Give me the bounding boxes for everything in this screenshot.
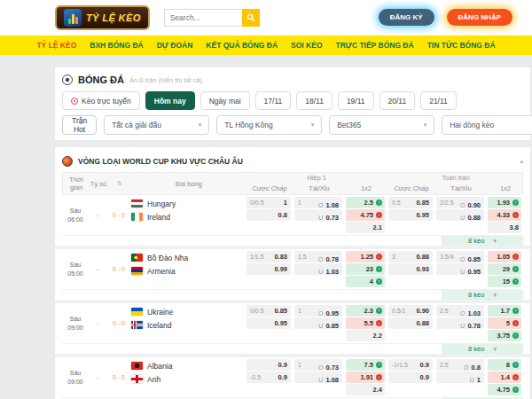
handicap-odds-cell[interactable]: 0.9: [246, 359, 291, 371]
overunder-odds-cell[interactable]: U1: [436, 372, 484, 383]
nav-item[interactable]: BXH BÓNG ĐÁ: [90, 41, 143, 50]
chevron-up-icon[interactable]: ▴: [520, 158, 523, 165]
tab[interactable]: 17/11: [255, 91, 292, 110]
register-button[interactable]: ĐĂNG KÝ: [379, 9, 434, 26]
nav-item[interactable]: TIN TỨC BÓNG ĐÁ: [427, 41, 496, 50]
match-teams: Bồ Đào Nha Armenia: [131, 251, 245, 277]
handicap-odds-cell[interactable]: 0.99: [246, 263, 291, 275]
handicap-odds-cell[interactable]: 0.93: [388, 263, 433, 275]
odds-down-icon: ↓: [512, 320, 519, 326]
hot-matches-button[interactable]: Trận Hot: [62, 115, 97, 135]
home-team[interactable]: Hungary: [131, 198, 245, 209]
tab-label: Ngày mai: [209, 97, 241, 106]
handicap-odds-cell[interactable]: 30.88: [388, 251, 433, 262]
login-button[interactable]: ĐĂNG NHẬP: [447, 9, 512, 26]
league-card: VÒNG LOẠI WORLD CUP KHU VỰC CHÂU ÂU ▴ Th…: [55, 147, 530, 399]
more-odds-button[interactable]: 8 kèo▾: [442, 236, 523, 246]
overunder-odds-cell[interactable]: U0.85: [294, 317, 342, 329]
bookmaker-select[interactable]: Bet365▾: [329, 115, 434, 135]
overunder-odds-cell[interactable]: U0.78: [436, 317, 484, 329]
1x2-odds-cell[interactable]: 4↑: [346, 276, 385, 287]
search-input[interactable]: [164, 9, 242, 27]
handicap-odds-cell[interactable]: 0.88: [388, 317, 433, 329]
match-group: Sáu05:00 - 0 - 0 Bồ Đào Nha Armenia 1/1.…: [62, 249, 523, 303]
away-team-name: Iceland: [147, 321, 171, 330]
tab[interactable]: 19/11: [338, 91, 374, 110]
handicap-odds-cell[interactable]: 0.95: [388, 209, 433, 221]
1x2-odds-cell[interactable]: 3.75↑: [488, 330, 521, 341]
nav-item[interactable]: DỰ ĐOÁN: [157, 41, 193, 50]
match-group: Sáu06:00 - 0 - 0 Hungary Ireland 0/0.510…: [62, 195, 523, 249]
1x2-odds-cell[interactable]: 23↑: [346, 263, 385, 275]
away-team[interactable]: Ireland: [131, 211, 245, 223]
handicap-odds-cell[interactable]: 0.5/10.90: [388, 305, 433, 317]
handicap-odds-cell[interactable]: 1/1.50.83: [246, 251, 291, 262]
odds-format-select[interactable]: TL Hồng Kông▾: [216, 115, 322, 135]
handicap-odds-cell[interactable]: -1/1.50.9: [388, 359, 433, 371]
tab[interactable]: Kèo trực tuyến: [62, 91, 140, 110]
1x2-odds-cell[interactable]: 4.33↓: [488, 209, 521, 221]
overunder-odds-cell[interactable]: U0.95: [436, 263, 484, 275]
1x2-odds-cell[interactable]: 4.75↓: [346, 209, 385, 221]
1x2-odds-cell[interactable]: 2.5↑: [346, 197, 385, 208]
1x2-odds-cell[interactable]: 2.3↑: [346, 305, 385, 317]
overunder-odds-cell[interactable]: U1.08: [294, 372, 342, 383]
tab[interactable]: 18/11: [296, 91, 332, 110]
home-team[interactable]: Bồ Đào Nha: [131, 252, 245, 263]
1x2-odds-cell[interactable]: 15↑: [488, 276, 521, 287]
match-teams: Hungary Ireland: [131, 197, 245, 223]
home-team[interactable]: Ukraine: [131, 306, 245, 317]
lines-select[interactable]: Hai dòng kèo▾: [442, 115, 532, 135]
1x2-odds-cell[interactable]: 29↑: [488, 263, 521, 275]
1x2-odds-cell[interactable]: 1.91↓: [346, 372, 385, 383]
handicap-odds-cell[interactable]: 0.95: [246, 317, 291, 329]
1x2-odds-cell[interactable]: 7.5↑: [346, 359, 385, 371]
h1-overunder-header: Tài/Xỉu: [293, 184, 345, 192]
nav-item[interactable]: TỶ LỆ KÈO: [36, 41, 76, 50]
1x2-odds-cell[interactable]: 1.93↑: [488, 197, 521, 208]
sort-icon[interactable]: ⇅: [107, 180, 132, 187]
away-team[interactable]: Armenia: [131, 265, 245, 277]
site-logo[interactable]: TỶ LỆ KÈO: [55, 5, 150, 30]
1x2-odds-cell[interactable]: 5↓: [488, 317, 521, 329]
1x2-odds-cell[interactable]: 2.1: [346, 222, 385, 233]
handicap-odds-cell[interactable]: -0.50.9: [246, 372, 291, 383]
1x2-odds-cell[interactable]: 2.2: [346, 330, 385, 341]
1x2-odds-cell[interactable]: 8↑: [488, 359, 521, 371]
overunder-odds-cell[interactable]: U0.88: [436, 209, 484, 221]
tournament-filter-select[interactable]: Tất cả giải đấu▾: [104, 115, 209, 135]
handicap-odds-cell[interactable]: 0.8: [246, 209, 291, 221]
handicap-odds-cell[interactable]: 0.50.85: [388, 197, 433, 208]
1x2-odds-cell[interactable]: 3.8: [488, 222, 521, 233]
tab[interactable]: 20/11: [379, 91, 416, 110]
h1-1x2-header: 1x2: [345, 184, 387, 192]
tab[interactable]: Ngày mai: [200, 91, 250, 110]
1x2-odds-cell[interactable]: 1.7↑: [488, 305, 521, 317]
nav-item[interactable]: SOI KÈO: [291, 41, 322, 50]
handicap-odds-cell[interactable]: 0/0.50.85: [246, 305, 291, 317]
more-odds-button[interactable]: 8 kèo▾: [442, 290, 523, 300]
overunder-odds-cell[interactable]: U1.03: [294, 263, 342, 275]
1x2-odds-cell[interactable]: 5.5↓: [346, 317, 385, 329]
more-odds-label: 8 kèo: [468, 237, 484, 245]
away-team[interactable]: Iceland: [131, 319, 245, 331]
odds-up-icon: ↑: [512, 362, 519, 368]
nav-item[interactable]: TRỰC TIẾP BÓNG ĐÁ: [336, 41, 414, 50]
tab[interactable]: Hôm nay: [145, 91, 195, 110]
tab[interactable]: 21/11: [420, 91, 457, 110]
1x2-odds-cell[interactable]: 1.05↓: [488, 251, 521, 262]
home-team-name: Ukraine: [147, 308, 173, 317]
1x2-odds-cell[interactable]: 2.4: [346, 384, 385, 395]
1x2-odds-cell[interactable]: 1.4↓: [488, 372, 521, 383]
1x2-odds-cell[interactable]: 1.25↓: [346, 251, 385, 262]
handicap-odds-cell[interactable]: 0.9: [388, 372, 433, 383]
overunder-odds-cell[interactable]: U0.73: [294, 209, 342, 221]
1x2-odds-cell[interactable]: 4.75↑: [488, 384, 521, 395]
table-header: Thời gian Tỷ số ⇅ Đội bóng Hiệp 1 Toàn t…: [62, 172, 523, 195]
search-button[interactable]: [242, 9, 260, 27]
nav-item[interactable]: KẾT QUẢ BÓNG ĐÁ: [206, 41, 278, 50]
more-odds-button[interactable]: 8 kèo▾: [442, 344, 523, 354]
home-team[interactable]: Albania: [131, 360, 245, 372]
handicap-odds-cell[interactable]: 0/0.51: [246, 197, 291, 208]
away-team[interactable]: Anh: [131, 373, 245, 385]
